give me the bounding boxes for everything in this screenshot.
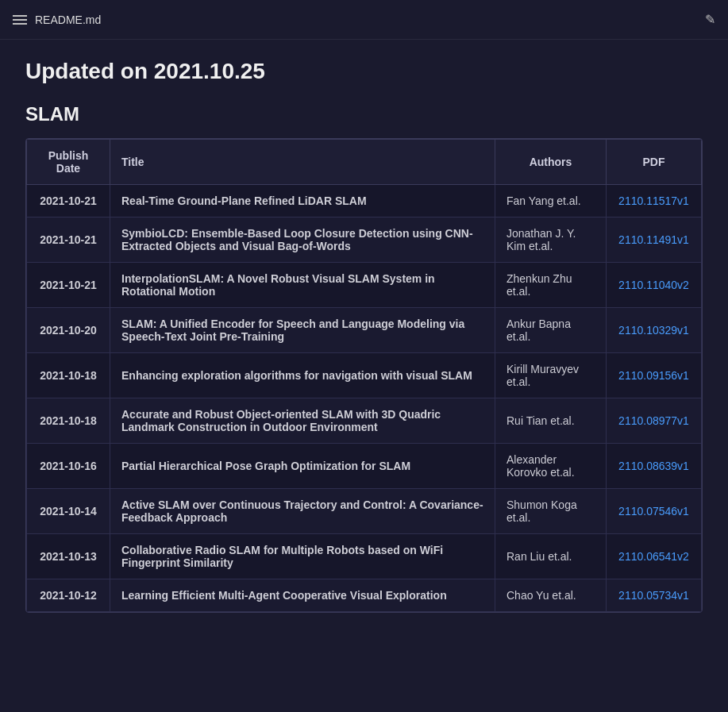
cell-pdf[interactable]: 2110.06541v2 [607,534,702,579]
cell-pdf[interactable]: 2110.08977v1 [607,398,702,444]
table-row: 2021-10-16Partial Hierarchical Pose Grap… [27,444,702,489]
cell-date: 2021-10-20 [27,308,110,353]
cell-authors: Zhenkun Zhu et.al. [495,263,607,308]
updated-title: Updated on 2021.10.25 [25,59,703,84]
table-row: 2021-10-14Active SLAM over Continuous Tr… [27,489,702,534]
cell-pdf[interactable]: 2110.09156v1 [607,353,702,398]
pdf-link[interactable]: 2110.06541v2 [618,550,689,563]
cell-pdf[interactable]: 2110.11491v1 [607,217,702,263]
cell-title: Real-Time Ground-Plane Refined LiDAR SLA… [110,185,495,217]
edit-icon[interactable]: ✎ [705,12,715,27]
col-header-pdf: PDF [607,140,702,185]
cell-authors: Rui Tian et.al. [495,398,607,444]
table-row: 2021-10-18Accurate and Robust Object-ori… [27,398,702,444]
menu-icon[interactable] [13,15,27,25]
pdf-link[interactable]: 2110.07546v1 [618,505,689,518]
papers-table-container: PublishDate Title Authors PDF 2021-10-21… [25,138,703,613]
col-header-title: Title [110,140,495,185]
cell-authors: Jonathan J. Y. Kim et.al. [495,217,607,263]
section-title: SLAM [25,103,703,125]
table-row: 2021-10-21SymbioLCD: Ensemble-Based Loop… [27,217,702,263]
cell-pdf[interactable]: 2110.10329v1 [607,308,702,353]
table-row: 2021-10-21Real-Time Ground-Plane Refined… [27,185,702,217]
table-row: 2021-10-18Enhancing exploration algorith… [27,353,702,398]
cell-title: SymbioLCD: Ensemble-Based Loop Closure D… [110,217,495,263]
pdf-link[interactable]: 2110.11491v1 [618,233,689,246]
table-header-row: PublishDate Title Authors PDF [27,140,702,185]
cell-title: Accurate and Robust Object-oriented SLAM… [110,398,495,444]
cell-pdf[interactable]: 2110.08639v1 [607,444,702,489]
main-content: Updated on 2021.10.25 SLAM PublishDate T… [0,40,728,632]
cell-title: Enhancing exploration algorithms for nav… [110,353,495,398]
pdf-link[interactable]: 2110.11517v1 [618,194,689,207]
pdf-link[interactable]: 2110.09156v1 [618,369,689,382]
pdf-link[interactable]: 2110.11040v2 [618,279,689,291]
table-row: 2021-10-12Learning Efficient Multi-Agent… [27,579,702,612]
cell-date: 2021-10-21 [27,185,110,217]
cell-title: SLAM: A Unified Encoder for Speech and L… [110,308,495,353]
cell-pdf[interactable]: 2110.07546v1 [607,489,702,534]
cell-title: Partial Hierarchical Pose Graph Optimiza… [110,444,495,489]
cell-authors: Ran Liu et.al. [495,534,607,579]
cell-authors: Shumon Koga et.al. [495,489,607,534]
col-header-date: PublishDate [27,140,110,185]
cell-title: Collaborative Radio SLAM for Multiple Ro… [110,534,495,579]
pdf-link[interactable]: 2110.05734v1 [618,589,689,602]
cell-date: 2021-10-21 [27,263,110,308]
top-bar: README.md ✎ [0,0,728,40]
cell-authors: Chao Yu et.al. [495,579,607,612]
cell-title: InterpolationSLAM: A Novel Robust Visual… [110,263,495,308]
table-row: 2021-10-21InterpolationSLAM: A Novel Rob… [27,263,702,308]
papers-table: PublishDate Title Authors PDF 2021-10-21… [26,139,702,612]
cell-authors: Ankur Bapna et.al. [495,308,607,353]
pdf-link[interactable]: 2110.08639v1 [618,460,689,472]
cell-authors: Kirill Muravyev et.al. [495,353,607,398]
cell-date: 2021-10-18 [27,398,110,444]
file-name: README.md [35,13,101,26]
cell-authors: Alexander Korovko et.al. [495,444,607,489]
cell-date: 2021-10-21 [27,217,110,263]
col-header-authors: Authors [495,140,607,185]
table-row: 2021-10-13Collaborative Radio SLAM for M… [27,534,702,579]
cell-pdf[interactable]: 2110.11517v1 [607,185,702,217]
cell-title: Active SLAM over Continuous Trajectory a… [110,489,495,534]
cell-date: 2021-10-12 [27,579,110,612]
cell-date: 2021-10-18 [27,353,110,398]
cell-date: 2021-10-14 [27,489,110,534]
table-row: 2021-10-20SLAM: A Unified Encoder for Sp… [27,308,702,353]
pdf-link[interactable]: 2110.08977v1 [618,414,689,427]
cell-date: 2021-10-13 [27,534,110,579]
pdf-link[interactable]: 2110.10329v1 [618,324,689,337]
cell-pdf[interactable]: 2110.11040v2 [607,263,702,308]
cell-date: 2021-10-16 [27,444,110,489]
cell-title: Learning Efficient Multi-Agent Cooperati… [110,579,495,612]
cell-authors: Fan Yang et.al. [495,185,607,217]
cell-pdf[interactable]: 2110.05734v1 [607,579,702,612]
top-bar-left: README.md [13,13,101,26]
